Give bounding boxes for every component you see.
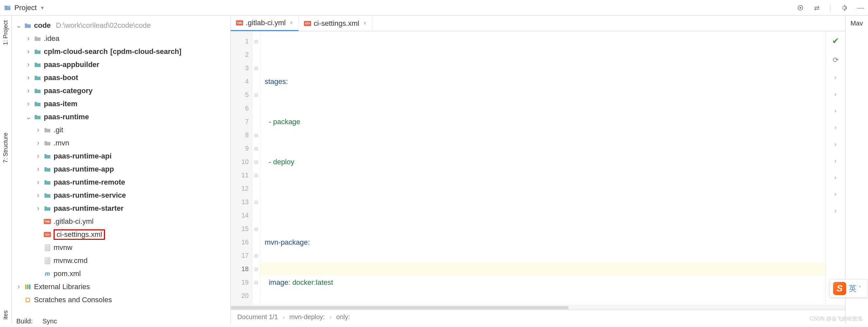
chevron-right-icon[interactable]: › bbox=[835, 124, 837, 131]
yml-file-icon: YML bbox=[236, 20, 243, 26]
tree-root-code[interactable]: ⌄ code D:\work\corilead\02code\code bbox=[14, 19, 228, 32]
chevron-right-icon[interactable]: › bbox=[835, 91, 837, 98]
tree-folder-git[interactable]: ›.git bbox=[14, 124, 228, 136]
editor-tabs: YML .gitlab-ci.yml × </> ci-settings.xml… bbox=[231, 16, 845, 31]
tree-folder-mvn[interactable]: ›.mvn bbox=[14, 136, 228, 150]
editor-right-rail: ✔ ⟳ › › › › › › › › › bbox=[826, 31, 845, 305]
tree-folder-paas-category[interactable]: ›paas-category bbox=[14, 84, 228, 97]
chevron-right-icon[interactable]: › bbox=[835, 207, 837, 214]
tree-external-libraries[interactable]: ›External Libraries bbox=[14, 280, 228, 293]
tree-folder-paas-runtime[interactable]: ⌄paas-runtime bbox=[14, 110, 228, 124]
chevron-right-icon[interactable]: › bbox=[835, 141, 837, 148]
module-folder-icon bbox=[34, 48, 41, 55]
tree-folder-idea[interactable]: › .idea bbox=[14, 32, 228, 45]
locate-icon[interactable] bbox=[797, 4, 804, 11]
left-tool-rail: 1: Project 7: Structure ites bbox=[0, 16, 12, 324]
tree-folder-runtime-starter[interactable]: ›paas-runtime-starter bbox=[14, 202, 228, 215]
build-tool-label[interactable]: Build: bbox=[16, 318, 33, 325]
tab-ci-settings[interactable]: </> ci-settings.xml × bbox=[299, 16, 372, 31]
file-icon bbox=[44, 257, 50, 264]
ime-lang-label: 英 bbox=[849, 283, 857, 294]
rail-tab-structure[interactable]: 7: Structure bbox=[2, 128, 9, 168]
maven-file-icon: m bbox=[44, 270, 51, 277]
project-folder-icon bbox=[4, 4, 11, 11]
xml-file-icon: </> bbox=[44, 232, 51, 237]
chevron-right-icon[interactable]: › bbox=[835, 158, 837, 164]
chevron-right-icon[interactable]: › bbox=[26, 47, 31, 56]
hide-panel-icon[interactable]: — bbox=[857, 4, 864, 11]
tree-file-gitlab-ci[interactable]: YML.gitlab-ci.yml bbox=[14, 215, 228, 228]
tree-file-mvnw-cmd[interactable]: mvnw.cmd bbox=[14, 254, 228, 267]
folder-icon bbox=[24, 22, 31, 29]
fold-gutter[interactable]: ⊟⊟⊟⊟⊟⊟⊟⊟⊟⊟⊟⊟ bbox=[252, 31, 260, 305]
tree-file-ci-settings[interactable]: </>ci-settings.xml bbox=[14, 228, 228, 241]
svg-point-2 bbox=[800, 7, 801, 8]
chevron-down-icon[interactable]: ⌄ bbox=[26, 113, 31, 121]
line-number-gutter[interactable]: 1234567891011121314151617181920 bbox=[231, 31, 252, 305]
close-icon[interactable]: × bbox=[289, 20, 293, 27]
inspection-ok-icon[interactable]: ✔ bbox=[832, 36, 839, 46]
refresh-icon[interactable]: ⟳ bbox=[833, 56, 839, 64]
chevron-down-icon[interactable]: ▼ bbox=[40, 5, 44, 10]
chevron-right-icon[interactable]: › bbox=[835, 191, 837, 198]
chevron-right-icon[interactable]: › bbox=[835, 107, 837, 115]
chevron-right-icon[interactable]: › bbox=[835, 74, 837, 81]
svg-rect-0 bbox=[5, 5, 10, 6]
chevron-right-icon[interactable]: › bbox=[26, 34, 31, 43]
tree-file-mvnw[interactable]: mvnw bbox=[14, 241, 228, 254]
watermark-text: CSDN @会飞的哈密瓜 bbox=[810, 316, 863, 322]
svg-rect-3 bbox=[25, 285, 27, 289]
expand-all-icon[interactable]: ⇄ bbox=[813, 4, 820, 11]
scratches-icon bbox=[24, 296, 31, 303]
library-icon bbox=[24, 283, 31, 290]
sync-tool-label[interactable]: Sync bbox=[42, 318, 57, 325]
tree-folder-runtime-remote[interactable]: ›paas-runtime-remote bbox=[14, 176, 228, 189]
horizontal-scrollbar[interactable] bbox=[231, 305, 845, 310]
rail-tab-project[interactable]: 1: Project bbox=[2, 16, 9, 50]
project-dropdown-label[interactable]: Project bbox=[14, 4, 37, 12]
svg-rect-5 bbox=[29, 285, 30, 289]
rail-tab-favorites[interactable]: ites bbox=[2, 306, 9, 324]
bottom-status-bar: Build: Sync bbox=[12, 315, 57, 327]
rail-tab-maven[interactable]: Mav bbox=[845, 20, 868, 27]
ime-floating-badge[interactable]: S 英 ' bbox=[830, 279, 868, 298]
xml-file-icon: </> bbox=[304, 21, 311, 26]
svg-rect-7 bbox=[27, 299, 29, 301]
editor-area: YML .gitlab-ci.yml × </> ci-settings.xml… bbox=[231, 16, 845, 324]
chevron-right-icon[interactable]: › bbox=[835, 174, 837, 181]
editor-breadcrumb[interactable]: Document 1/1 › mvn-deploy: › only: bbox=[231, 310, 845, 324]
file-icon bbox=[44, 244, 50, 251]
svg-rect-4 bbox=[27, 285, 28, 289]
tree-folder-runtime-service[interactable]: ›paas-runtime-service bbox=[14, 189, 228, 202]
tree-file-pom[interactable]: mpom.xml bbox=[14, 267, 228, 280]
close-icon[interactable]: × bbox=[363, 20, 367, 27]
code-editor[interactable]: stages: - package - deploy mvn-package: … bbox=[260, 31, 826, 305]
right-tool-rail: Mav bbox=[845, 16, 868, 324]
tree-folder-cplm[interactable]: › cplm-cloud-search [cpdm-cloud-search] bbox=[14, 45, 228, 58]
sogou-logo-icon: S bbox=[833, 282, 846, 295]
tree-folder-paas-item[interactable]: ›paas-item bbox=[14, 97, 228, 110]
chevron-down-icon[interactable]: ⌄ bbox=[16, 21, 22, 30]
tree-folder-runtime-app[interactable]: ›paas-runtime-app bbox=[14, 163, 228, 176]
project-tree-panel: ⌄ code D:\work\corilead\02code\code › .i… bbox=[12, 16, 231, 324]
tree-scratches[interactable]: Scratches and Consoles bbox=[14, 293, 228, 306]
tree-folder-paas-boot[interactable]: ›paas-boot bbox=[14, 71, 228, 84]
tab-gitlab-ci[interactable]: YML .gitlab-ci.yml × bbox=[231, 16, 299, 31]
folder-icon bbox=[34, 35, 41, 42]
tree-folder-paas-appbuilder[interactable]: ›paas-appbuilder bbox=[14, 58, 228, 71]
settings-gear-icon[interactable] bbox=[841, 4, 848, 11]
tree-folder-runtime-api[interactable]: ›paas-runtime-api bbox=[14, 150, 228, 163]
yml-file-icon: YML bbox=[44, 219, 51, 224]
